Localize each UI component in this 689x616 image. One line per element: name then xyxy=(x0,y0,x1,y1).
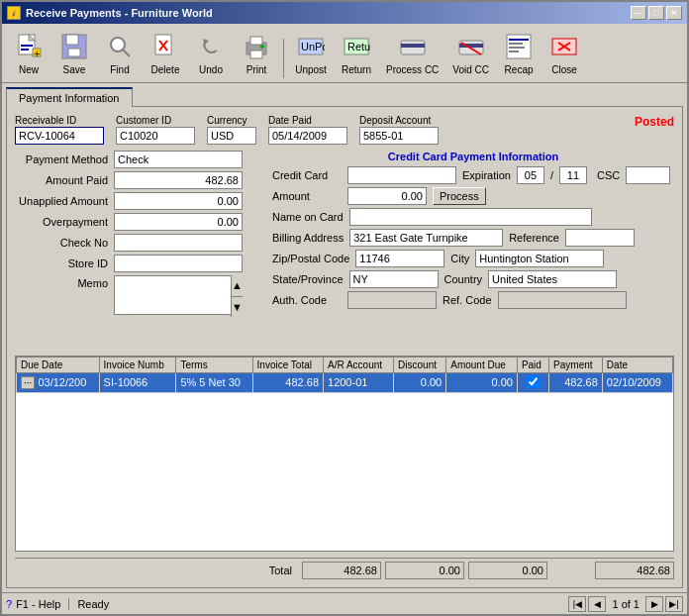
amount-paid-input[interactable] xyxy=(114,171,243,189)
maximize-button[interactable]: □ xyxy=(648,6,664,20)
new-button[interactable]: + New xyxy=(8,28,49,78)
unapplied-input[interactable] xyxy=(114,192,243,210)
state-label: State/Province xyxy=(272,273,344,285)
memo-scroll-up[interactable]: ▲ xyxy=(232,275,243,297)
svg-rect-16 xyxy=(250,37,262,45)
date-paid-input[interactable] xyxy=(268,127,347,145)
memo-input[interactable] xyxy=(114,275,243,315)
minimize-button[interactable]: — xyxy=(631,6,646,20)
col-amount-due: Amount Due xyxy=(446,357,518,372)
date-paid-group: Date Paid xyxy=(268,115,347,145)
find-label: Find xyxy=(110,64,129,75)
print-button[interactable]: Print xyxy=(236,28,277,78)
billing-address-input[interactable] xyxy=(349,229,503,247)
return-button[interactable]: Return Return xyxy=(336,28,377,78)
print-icon xyxy=(241,31,272,62)
total-label: Total xyxy=(269,565,298,576)
receivable-id-input[interactable] xyxy=(15,127,104,145)
ref-code-label: Ref. Code xyxy=(443,294,492,306)
auth-code-label: Auth. Code xyxy=(272,294,342,306)
process-button[interactable]: Process xyxy=(433,187,486,205)
amount-due-total xyxy=(468,562,547,579)
reference-input[interactable] xyxy=(565,229,635,247)
unpost-button[interactable]: UnPost Unpost xyxy=(290,28,332,78)
row-expand-btn[interactable]: ··· xyxy=(21,376,35,389)
recap-label: Recap xyxy=(505,64,534,75)
currency-input[interactable] xyxy=(207,127,256,145)
tab-bar: Payment Information xyxy=(6,87,683,107)
delete-button[interactable]: Delete xyxy=(145,28,186,78)
col-terms: Terms xyxy=(176,357,252,372)
currency-label: Currency xyxy=(207,115,256,126)
undo-button[interactable]: Undo xyxy=(190,28,232,78)
credit-card-input[interactable] xyxy=(347,166,456,184)
reference-label: Reference xyxy=(509,232,559,244)
country-label: Country xyxy=(444,273,483,285)
store-id-input[interactable] xyxy=(114,255,243,272)
void-cc-button[interactable]: Void CC xyxy=(447,28,494,78)
save-button[interactable]: Save xyxy=(53,28,95,78)
col-payment: Payment xyxy=(549,357,603,372)
country-input[interactable] xyxy=(488,270,617,288)
svg-rect-17 xyxy=(250,51,262,58)
nav-last-button[interactable]: ▶| xyxy=(665,596,683,612)
find-icon xyxy=(104,31,136,62)
exp-month-input[interactable] xyxy=(517,166,544,184)
store-id-row: Store ID xyxy=(15,255,262,272)
currency-group: Currency xyxy=(207,115,256,145)
cc-amount-label: Amount xyxy=(272,190,342,202)
nav-prev-button[interactable]: ◀ xyxy=(588,596,606,612)
close-window-button[interactable]: ✕ xyxy=(666,6,682,20)
title-bar-left: 💰 Receive Payments - Furniture World xyxy=(7,6,213,20)
csc-input[interactable] xyxy=(626,166,670,184)
svg-rect-3 xyxy=(21,49,29,51)
overpayment-input[interactable] xyxy=(114,213,243,231)
unpost-icon: UnPost xyxy=(295,31,327,62)
recap-button[interactable]: Recap xyxy=(498,28,540,78)
billing-address-label: Billing Address xyxy=(272,232,344,244)
state-input[interactable] xyxy=(349,270,439,288)
zip-input[interactable] xyxy=(355,250,444,267)
undo-icon xyxy=(195,31,227,62)
table-row[interactable]: ··· 03/12/200 SI-10066 5% 5 Net 30 482.6… xyxy=(17,372,673,392)
return-icon: Return xyxy=(341,31,372,62)
find-button[interactable]: Find xyxy=(99,28,141,78)
cell-paid xyxy=(517,372,548,392)
cell-discount: 0.00 xyxy=(394,372,446,392)
city-input[interactable] xyxy=(475,250,604,267)
payment-info-tab[interactable]: Payment Information xyxy=(6,87,133,107)
status-text: Ready xyxy=(77,598,109,610)
store-id-label: Store ID xyxy=(15,257,114,269)
cell-invoice-total: 482.68 xyxy=(252,372,323,392)
svg-text:UnPost: UnPost xyxy=(301,41,325,52)
check-no-row: Check No xyxy=(15,234,262,252)
exp-year-input[interactable] xyxy=(559,166,587,184)
deposit-account-group: Deposit Account xyxy=(359,115,439,145)
col-invoice-total: Invoice Total xyxy=(252,357,323,372)
payment-method-label: Payment Method xyxy=(15,154,114,165)
cell-amount-due: 0.00 xyxy=(446,372,518,392)
close-button[interactable]: Close xyxy=(543,28,585,78)
void-cc-label: Void CC xyxy=(452,64,489,75)
svg-rect-29 xyxy=(509,39,529,41)
nav-next-button[interactable]: ▶ xyxy=(645,596,663,612)
memo-scroll-down[interactable]: ▼ xyxy=(232,297,243,318)
deposit-account-input[interactable] xyxy=(359,127,439,145)
name-on-card-input[interactable] xyxy=(349,208,592,226)
process-cc-button[interactable]: Process CC xyxy=(381,28,443,78)
cc-amount-input[interactable] xyxy=(347,187,427,205)
payment-method-input[interactable] xyxy=(114,151,243,168)
overpayment-label: Overpayment xyxy=(15,216,114,228)
nav-first-button[interactable]: |◀ xyxy=(568,596,586,612)
close-icon xyxy=(548,31,580,62)
customer-id-input[interactable] xyxy=(116,127,195,145)
save-icon xyxy=(58,31,90,62)
ref-code-input[interactable] xyxy=(498,291,627,309)
svg-rect-2 xyxy=(21,45,33,47)
invoice-table-section: Due Date Invoice Numb Terms Invoice Tota… xyxy=(15,356,674,553)
check-no-input[interactable] xyxy=(114,234,243,252)
auth-code-input[interactable] xyxy=(347,291,437,309)
col-invoice-num: Invoice Numb xyxy=(99,357,176,372)
discount-total xyxy=(385,562,464,579)
paid-checkbox[interactable] xyxy=(527,375,540,388)
